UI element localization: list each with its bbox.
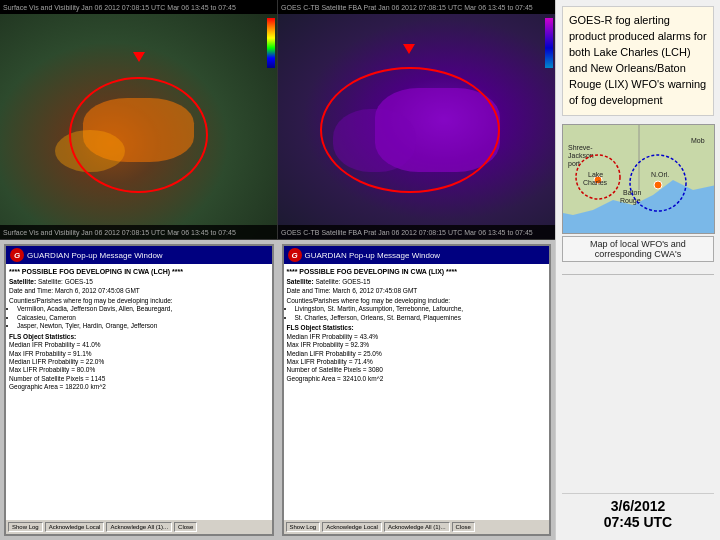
lix-fls5: Number of Satellite Pixels = 3080 <box>287 366 547 374</box>
lch-fls6: Geographic Area = 18220.0 km^2 <box>9 383 269 391</box>
main-container: Surface Vis and Visibility Jan 06 2012 0… <box>0 0 720 540</box>
lch-ack-local-btn[interactable]: Acknowledge Local <box>45 522 105 532</box>
svg-point-4 <box>654 181 662 189</box>
lix-counties-label: Counties/Parishes where fog may be devel… <box>287 297 547 305</box>
lch-titlebar-text: GUARDIAN Pop-up Message Window <box>27 251 163 260</box>
lix-fls4: Max LIFR Probability = 71.4% <box>287 358 547 366</box>
lix-titlebar: G GUARDIAN Pop-up Message Window <box>284 246 550 264</box>
svg-text:Lake: Lake <box>588 171 603 178</box>
lch-show-log-btn[interactable]: Show Log <box>8 522 43 532</box>
map-section: Shreve- Jackson port Lake Charles N.Orl.… <box>562 124 714 262</box>
left-panel: Surface Vis and Visibility Jan 06 2012 0… <box>0 0 555 540</box>
info-text: GOES-R fog alerting product produced ala… <box>569 14 707 106</box>
radar-lix-topbar: GOES C-TB Satellite FBA Prat Jan 06 2012… <box>278 0 555 14</box>
lch-ack-all-btn[interactable]: Acknowledge All (1)... <box>106 522 172 532</box>
radar-lch: Surface Vis and Visibility Jan 06 2012 0… <box>0 0 278 239</box>
info-text-box: GOES-R fog alerting product produced ala… <box>562 6 714 116</box>
svg-text:Rouge: Rouge <box>620 197 641 205</box>
svg-text:N.Orl.: N.Orl. <box>651 171 669 178</box>
timestamp-date: 3/6/2012 <box>566 498 710 514</box>
lch-fls4: Max LIFR Probability = 80.0% <box>9 366 269 374</box>
radar-lch-bottombar: Surface Vis and Visibility Jan 06 2012 0… <box>0 225 277 239</box>
svg-text:port: port <box>568 160 580 168</box>
lix-fls6: Geographic Area = 32410.0 km^2 <box>287 375 547 383</box>
lch-title-line: **** POSSIBLE FOG DEVELOPING IN CWA (LCH… <box>9 267 269 276</box>
lch-counties-label: Counties/Parishes where fog may be devel… <box>9 297 269 305</box>
lch-datetime: Date and Time: March 6, 2012 07:45:08 GM… <box>9 287 269 295</box>
lch-county-3: Jasper, Newton, Tyler, Hardin, Orange, J… <box>17 322 269 330</box>
lix-fls-label: FLS Object Statistics: <box>287 324 547 332</box>
radar-lix-topbar-text: GOES C-TB Satellite FBA Prat Jan 06 2012… <box>281 4 533 11</box>
svg-text:Charles: Charles <box>583 179 608 186</box>
lch-footer: Show Log Acknowledge Local Acknowledge A… <box>6 520 272 534</box>
lch-body: **** POSSIBLE FOG DEVELOPING IN CWA (LCH… <box>6 264 272 520</box>
lch-close-btn[interactable]: Close <box>174 522 197 532</box>
lix-title-line: **** POSSIBLE FOG DEVELOPING IN CWA (LIX… <box>287 267 547 276</box>
svg-text:Jackson: Jackson <box>568 152 594 159</box>
section-divider <box>562 274 714 275</box>
lix-close-btn[interactable]: Close <box>452 522 475 532</box>
lch-message-window: G GUARDIAN Pop-up Message Window **** PO… <box>4 244 274 536</box>
lch-fls1: Median IFR Probability = 41.0% <box>9 341 269 349</box>
radar-lix-bottombar-text: GOES C-TB Satellite FBA Prat Jan 06 2012… <box>281 229 533 236</box>
lch-fls3: Median LIFR Probability = 22.0% <box>9 358 269 366</box>
map-svg: Shreve- Jackson port Lake Charles N.Orl.… <box>563 125 715 234</box>
lix-fls1: Median IFR Probability = 43.4% <box>287 333 547 341</box>
radar-lch-bottombar-text: Surface Vis and Visibility Jan 06 2012 0… <box>3 229 236 236</box>
radar-lix-bottombar: GOES C-TB Satellite FBA Prat Jan 06 2012… <box>278 225 555 239</box>
map-image: Shreve- Jackson port Lake Charles N.Orl.… <box>562 124 715 234</box>
lch-county-2: Calcasieu, Cameron <box>17 314 269 322</box>
lix-county-1: Livingston, St. Martin, Assumption, Terr… <box>295 305 547 313</box>
lix-fls3: Median LIFR Probability = 25.0% <box>287 350 547 358</box>
lix-guardian-logo: G <box>288 248 302 262</box>
lix-show-log-btn[interactable]: Show Log <box>286 522 321 532</box>
lch-fls2: Max IFR Probability = 91.1% <box>9 350 269 358</box>
lix-footer: Show Log Acknowledge Local Acknowledge A… <box>284 520 550 534</box>
lch-guardian-logo: G <box>10 248 24 262</box>
lix-ack-local-btn[interactable]: Acknowledge Local <box>322 522 382 532</box>
svg-text:Mob: Mob <box>691 137 705 144</box>
lch-titlebar: G GUARDIAN Pop-up Message Window <box>6 246 272 264</box>
timestamp-box: 3/6/2012 07:45 UTC <box>562 493 714 534</box>
svg-text:Shreve-: Shreve- <box>568 144 593 151</box>
right-panel: GOES-R fog alerting product produced ala… <box>555 0 720 540</box>
radar-top-row: Surface Vis and Visibility Jan 06 2012 0… <box>0 0 555 240</box>
bottom-panel: G GUARDIAN Pop-up Message Window **** PO… <box>0 240 555 540</box>
lix-ack-all-btn[interactable]: Acknowledge All (1)... <box>384 522 450 532</box>
map-label: Map of local WFO's and corresponding CWA… <box>562 236 714 262</box>
radar-lix: GOES C-TB Satellite FBA Prat Jan 06 2012… <box>278 0 555 239</box>
lix-fls2: Max IFR Probability = 92.3% <box>287 341 547 349</box>
lix-message-window: G GUARDIAN Pop-up Message Window **** PO… <box>282 244 552 536</box>
lix-body: **** POSSIBLE FOG DEVELOPING IN CWA (LIX… <box>284 264 550 520</box>
lix-datetime: Date and Time: March 6, 2012 07:45:08 GM… <box>287 287 547 295</box>
lix-titlebar-text: GUARDIAN Pop-up Message Window <box>305 251 441 260</box>
lch-fls5: Number of Satellite Pixels = 1145 <box>9 375 269 383</box>
lch-fls-label: FLS Object Statistics: <box>9 333 269 341</box>
lch-county-1: Vermilion, Acadia, Jefferson Davis, Alle… <box>17 305 269 313</box>
radar-lch-topbar-text: Surface Vis and Visibility Jan 06 2012 0… <box>3 4 236 11</box>
timestamp-time: 07:45 UTC <box>566 514 710 530</box>
radar-lch-topbar: Surface Vis and Visibility Jan 06 2012 0… <box>0 0 277 14</box>
lix-county-2: St. Charles, Jefferson, Orleans, St. Ber… <box>295 314 547 322</box>
